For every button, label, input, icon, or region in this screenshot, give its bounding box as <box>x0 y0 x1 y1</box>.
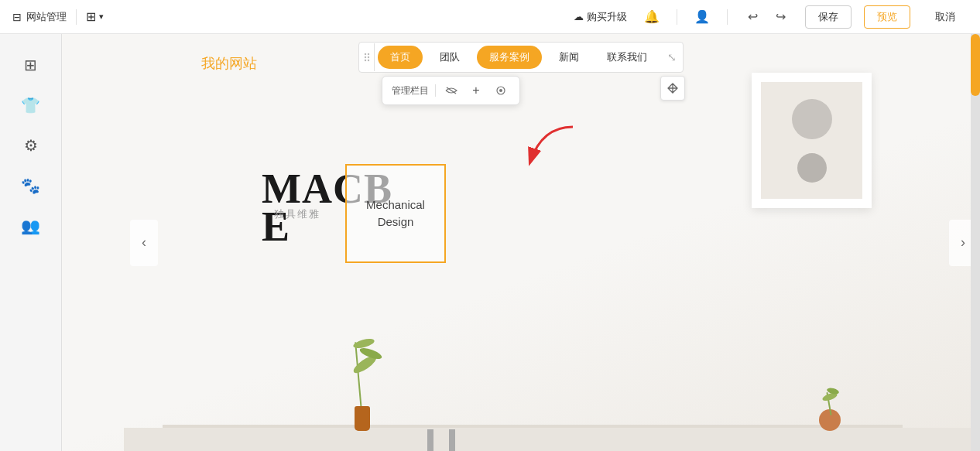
nav-toolbar-popup: 管理栏目 + <box>382 76 520 105</box>
nav-item-home[interactable]: 首页 <box>378 46 423 69</box>
team-icon: 👥 <box>21 217 40 235</box>
expand-icon: ⤡ <box>667 51 677 63</box>
svg-point-0 <box>364 53 365 55</box>
redo-button[interactable]: ↪ <box>768 5 793 29</box>
main-area: ⊞ 👕 ⚙ 🐾 👥 <box>0 34 980 451</box>
circle-top <box>792 99 832 139</box>
website-frame: MACB E 独具维雅 Mechanical Design 我的网站 <box>62 34 980 451</box>
sidebar-team-button[interactable]: 👥 <box>12 207 50 244</box>
mechanical-line1: Mechanical <box>366 196 425 214</box>
eye-slash-icon <box>445 86 457 95</box>
upgrade-label: 购买升级 <box>587 10 627 24</box>
bell-button[interactable]: 🔔 <box>639 5 664 29</box>
small-plant <box>819 409 841 431</box>
nav-item-contact[interactable]: 联系我们 <box>593 44 661 70</box>
small-vase <box>819 409 841 431</box>
preview-button[interactable]: 预览 <box>864 5 910 29</box>
move-handle[interactable] <box>660 76 685 101</box>
shirt-icon: 👕 <box>21 96 40 114</box>
site-manage-label: 网站管理 <box>26 10 67 24</box>
view-icon <box>495 84 507 97</box>
website-title: 我的网站 <box>201 54 257 73</box>
cancel-button[interactable]: 取消 <box>923 5 968 29</box>
svg-point-1 <box>367 53 368 55</box>
tb-divider1 <box>435 84 436 97</box>
sidebar-grid-button[interactable]: ⊞ <box>12 46 50 84</box>
apps-chevron: ▾ <box>99 12 104 22</box>
divider2 <box>677 9 677 25</box>
grid-small-icon: ⊟ <box>12 11 22 23</box>
undo-redo-group: ↩ ↪ <box>740 5 793 29</box>
grid-icon: ⊞ <box>24 56 37 74</box>
mechanical-text: Mechanical Design <box>366 196 425 231</box>
apps-button[interactable]: ⊞ ▾ <box>86 9 104 24</box>
table-edge <box>163 425 903 428</box>
next-icon: › <box>961 234 965 251</box>
prev-button[interactable]: ‹ <box>130 220 158 266</box>
site-manage-button[interactable]: ⊟ 网站管理 <box>12 10 67 24</box>
scrollbar-thumb[interactable] <box>971 34 980 96</box>
svg-point-5 <box>367 60 368 61</box>
circle-bottom <box>797 153 827 183</box>
nav-drag-handle[interactable] <box>359 43 375 71</box>
svg-point-2 <box>364 56 365 58</box>
left-sidebar: ⊞ 👕 ⚙ 🐾 👥 <box>0 34 62 451</box>
nav-expand-button[interactable]: ⤡ <box>661 43 683 71</box>
toolbar-right: ☁ 购买升级 🔔 👤 ↩ ↪ 保存 预览 取消 <box>574 5 968 29</box>
mechanical-design-box: Mechanical Design <box>345 164 446 263</box>
cloud-icon: ☁ <box>574 11 584 22</box>
save-button[interactable]: 保存 <box>805 5 852 29</box>
website-nav: 首页 团队 服务案例 新闻 联系我们 ⤡ <box>358 42 684 73</box>
user-icon: 👤 <box>694 9 710 24</box>
svg-point-7 <box>499 89 502 92</box>
undo-button[interactable]: ↩ <box>740 5 765 29</box>
right-scrollbar[interactable] <box>971 34 980 451</box>
paw-icon: 🐾 <box>21 176 40 195</box>
table-top <box>124 428 980 451</box>
sidebar-paw-button[interactable]: 🐾 <box>12 167 50 204</box>
tb-hide-button[interactable] <box>442 81 461 100</box>
tb-view-button[interactable] <box>492 81 510 100</box>
divider <box>76 9 77 25</box>
vase <box>355 406 370 431</box>
settings-icon: ⚙ <box>24 136 38 155</box>
sidebar-theme-button[interactable]: 👕 <box>12 87 50 124</box>
apps-icon: ⊞ <box>86 9 96 24</box>
redo-icon: ↪ <box>776 9 786 24</box>
frame-artwork <box>752 73 872 208</box>
chinese-subtitle: 独具维雅 <box>274 207 320 221</box>
top-toolbar: ⊟ 网站管理 ⊞ ▾ ☁ 购买升级 🔔 👤 ↩ ↪ 保存 <box>0 0 980 34</box>
nav-item-news[interactable]: 新闻 <box>545 44 593 70</box>
tb-add-button[interactable]: + <box>467 81 485 100</box>
move-icon <box>666 82 679 94</box>
bell-icon: 🔔 <box>644 9 660 24</box>
user-button[interactable]: 👤 <box>690 5 714 29</box>
svg-point-3 <box>367 56 368 58</box>
chair-leg-right <box>427 429 433 451</box>
hero-section: MACB E 独具维雅 Mechanical Design <box>62 34 980 451</box>
canvas-area: MACB E 独具维雅 Mechanical Design 我的网站 <box>62 34 980 451</box>
chair-leg-left <box>449 429 455 451</box>
svg-point-4 <box>364 60 365 61</box>
drag-icon <box>363 52 371 63</box>
prev-icon: ‹ <box>142 234 146 251</box>
sidebar-settings-button[interactable]: ⚙ <box>12 127 50 164</box>
nav-item-cases[interactable]: 服务案例 <box>477 46 542 69</box>
manage-label: 管理栏目 <box>392 84 429 97</box>
upgrade-button[interactable]: ☁ 购买升级 <box>574 10 627 24</box>
divider3 <box>727 9 728 25</box>
toolbar-left: ⊟ 网站管理 ⊞ ▾ <box>12 9 104 25</box>
nav-item-team[interactable]: 团队 <box>426 44 474 70</box>
mechanical-line2: Design <box>366 214 425 231</box>
undo-icon: ↩ <box>748 9 758 24</box>
